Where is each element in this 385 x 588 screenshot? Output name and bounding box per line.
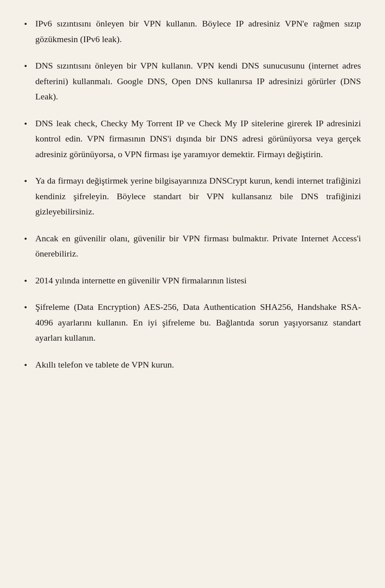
bullet-dot: • bbox=[24, 17, 31, 31]
list-item: •Ancak en güvenilir olanı, güvenilir bir… bbox=[24, 231, 361, 262]
list-item: •Akıllı telefon ve tablete de VPN kurun. bbox=[24, 357, 361, 373]
bullet-dot: • bbox=[24, 117, 31, 131]
bullet-text: Ya da firmayı değiştirmek yerine bilgisa… bbox=[35, 173, 361, 220]
bullet-dot: • bbox=[24, 300, 31, 314]
list-item: •DNS leak check, Checky My Torrent IP ve… bbox=[24, 116, 361, 162]
bullet-dot: • bbox=[24, 232, 31, 246]
bullet-text: 2014 yılında internette en güvenilir VPN… bbox=[35, 273, 247, 289]
list-item: •IPv6 sızıntısını önleyen bir VPN kullan… bbox=[24, 16, 361, 47]
bullet-text: DNS sızıntısını önleyen bir VPN kullanın… bbox=[35, 58, 361, 105]
bullet-text: Akıllı telefon ve tablete de VPN kurun. bbox=[35, 357, 174, 373]
list-item: •Ya da firmayı değiştirmek yerine bilgis… bbox=[24, 173, 361, 220]
bullet-text: Ancak en güvenilir olanı, güvenilir bir … bbox=[35, 231, 361, 262]
list-item: •2014 yılında internette en güvenilir VP… bbox=[24, 273, 361, 289]
bullet-text: Şifreleme (Data Encryption) AES-256, Dat… bbox=[35, 299, 361, 346]
bullet-dot: • bbox=[24, 274, 31, 288]
bullet-text: IPv6 sızıntısını önleyen bir VPN kullanı… bbox=[35, 16, 361, 47]
bullet-text: DNS leak check, Checky My Torrent IP ve … bbox=[35, 116, 361, 162]
main-content: •IPv6 sızıntısını önleyen bir VPN kullan… bbox=[24, 16, 361, 372]
list-item: •DNS sızıntısını önleyen bir VPN kullanı… bbox=[24, 58, 361, 105]
list-item: •Şifreleme (Data Encryption) AES-256, Da… bbox=[24, 299, 361, 346]
bullet-dot: • bbox=[24, 59, 31, 73]
bullet-dot: • bbox=[24, 358, 31, 372]
bullet-dot: • bbox=[24, 174, 31, 188]
